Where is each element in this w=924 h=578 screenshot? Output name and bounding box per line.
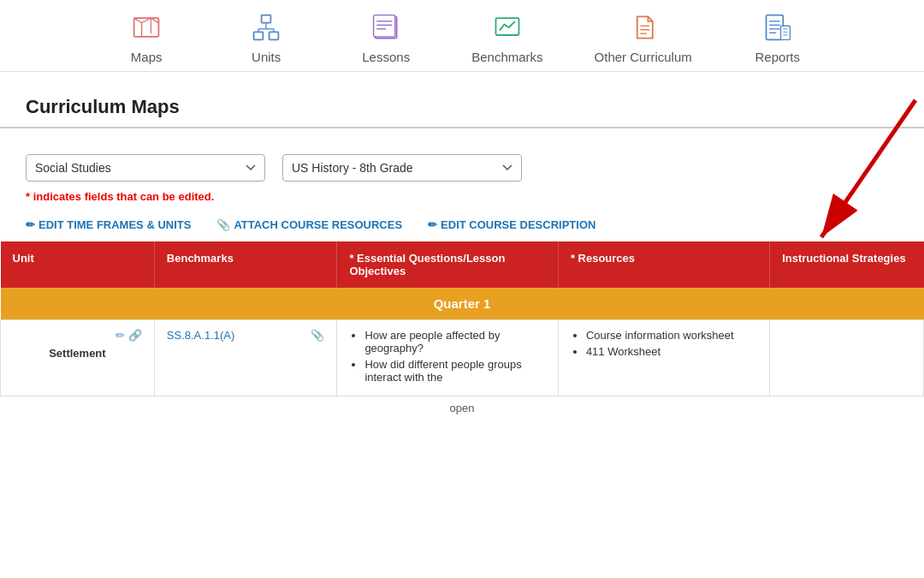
reports-icon bbox=[761, 10, 795, 45]
other-curriculum-icon bbox=[626, 10, 660, 45]
table-row: ✏ 🔗 Settlement 📎 SS.8.A.1.1(A) How are p… bbox=[1, 320, 924, 396]
edit-time-frames-label: EDIT TIME FRAMES & UNITS bbox=[38, 218, 191, 231]
page-title-area: Curriculum Maps bbox=[0, 72, 924, 128]
svg-rect-12 bbox=[374, 15, 395, 37]
nav-label-lessons: Lessons bbox=[362, 50, 410, 64]
unit-cell: ✏ 🔗 Settlement bbox=[1, 320, 155, 396]
filters-row: Social Studies Math Science English US H… bbox=[0, 146, 924, 187]
unit-edit-icons: ✏ 🔗 bbox=[13, 329, 142, 342]
unit-name: Settlement bbox=[13, 347, 142, 360]
nav-label-reports: Reports bbox=[755, 50, 801, 64]
quarter-label: Quarter 1 bbox=[1, 288, 924, 320]
resource-item-1: Course information worksheet bbox=[586, 329, 757, 342]
benchmark-link[interactable]: SS.8.A.1.1(A) bbox=[167, 329, 234, 342]
nav-label-other-curriculum: Other Curriculum bbox=[595, 50, 692, 64]
nav-label-units: Units bbox=[252, 50, 281, 64]
svg-rect-2 bbox=[254, 32, 264, 39]
header-instructional-strategies: Instructional Strategies bbox=[770, 241, 924, 288]
asterisk: * bbox=[26, 190, 30, 203]
header-benchmarks: Benchmarks bbox=[154, 241, 337, 288]
benchmark-cell: 📎 SS.8.A.1.1(A) bbox=[154, 320, 337, 396]
link-unit-icon[interactable]: 🔗 bbox=[128, 329, 142, 342]
quarter-row: Quarter 1 bbox=[1, 288, 924, 320]
nav-label-maps: Maps bbox=[131, 50, 163, 64]
subject-filter[interactable]: Social Studies Math Science English bbox=[26, 154, 265, 182]
edit-description-label: EDIT COURSE DESCRIPTION bbox=[441, 218, 595, 231]
nav-item-units[interactable]: Units bbox=[232, 10, 300, 64]
page-title: Curriculum Maps bbox=[26, 96, 898, 118]
header-resources: * Resources bbox=[558, 241, 769, 288]
eq-item-1: How are people affected by geography? bbox=[364, 329, 546, 355]
resources-list: Course information worksheet 411 Workshe… bbox=[571, 329, 757, 358]
svg-rect-25 bbox=[780, 26, 790, 39]
essential-questions-list: How are people affected by geography? Ho… bbox=[349, 329, 546, 384]
paperclip-icon: 📎 bbox=[216, 218, 230, 231]
header-unit: Unit bbox=[1, 241, 155, 288]
benchmarks-icon bbox=[490, 10, 524, 45]
paperclip-bench-icon[interactable]: 📎 bbox=[311, 329, 324, 342]
pencil-icon-1: ✏ bbox=[26, 218, 35, 231]
edit-time-frames-button[interactable]: ✏ EDIT TIME FRAMES & UNITS bbox=[26, 218, 191, 231]
lessons-icon bbox=[369, 10, 403, 45]
resource-item-2: 411 Worksheet bbox=[586, 345, 757, 358]
resources-cell: Course information worksheet 411 Workshe… bbox=[558, 320, 769, 396]
attach-resources-button[interactable]: 📎 ATTACH COURSE RESOURCES bbox=[216, 218, 402, 231]
course-filter[interactable]: US History - 8th Grade World History Civ… bbox=[282, 154, 522, 182]
curriculum-table: Unit Benchmarks * Essential Questions/Le… bbox=[0, 241, 924, 420]
open-label[interactable]: open bbox=[1, 396, 924, 420]
required-text: indicates fields that can be edited. bbox=[33, 190, 215, 203]
svg-rect-3 bbox=[270, 32, 279, 39]
header-essential-questions: * Essential Questions/Lesson Objectives bbox=[337, 241, 559, 288]
pencil-unit-icon[interactable]: ✏ bbox=[116, 329, 125, 342]
nav-item-maps[interactable]: Maps bbox=[112, 10, 181, 64]
nav-label-benchmarks: Benchmarks bbox=[471, 50, 542, 64]
svg-rect-1 bbox=[262, 15, 271, 23]
table-header-row: Unit Benchmarks * Essential Questions/Le… bbox=[1, 241, 924, 288]
curriculum-table-wrapper: Unit Benchmarks * Essential Questions/Le… bbox=[0, 241, 924, 420]
top-navigation: Maps Units bbox=[0, 0, 924, 72]
pencil-icon-2: ✏ bbox=[428, 218, 437, 231]
map-icon bbox=[129, 10, 163, 45]
instructional-strategies-cell bbox=[770, 320, 924, 396]
nav-item-reports[interactable]: Reports bbox=[743, 10, 812, 64]
nav-item-other-curriculum[interactable]: Other Curriculum bbox=[595, 10, 692, 64]
essential-questions-cell: How are people affected by geography? Ho… bbox=[337, 320, 559, 396]
action-buttons-row: ✏ EDIT TIME FRAMES & UNITS 📎 ATTACH COUR… bbox=[0, 212, 924, 241]
edit-description-button[interactable]: ✏ EDIT COURSE DESCRIPTION bbox=[428, 218, 595, 231]
required-note: * indicates fields that can be edited. bbox=[0, 187, 924, 212]
nav-item-lessons[interactable]: Lessons bbox=[352, 10, 420, 64]
eq-item-2: How did different people groups interact… bbox=[364, 358, 546, 384]
units-icon bbox=[249, 10, 283, 45]
nav-item-benchmarks[interactable]: Benchmarks bbox=[471, 10, 542, 64]
attach-resources-label: ATTACH COURSE RESOURCES bbox=[234, 218, 402, 231]
open-row: open bbox=[1, 396, 924, 420]
